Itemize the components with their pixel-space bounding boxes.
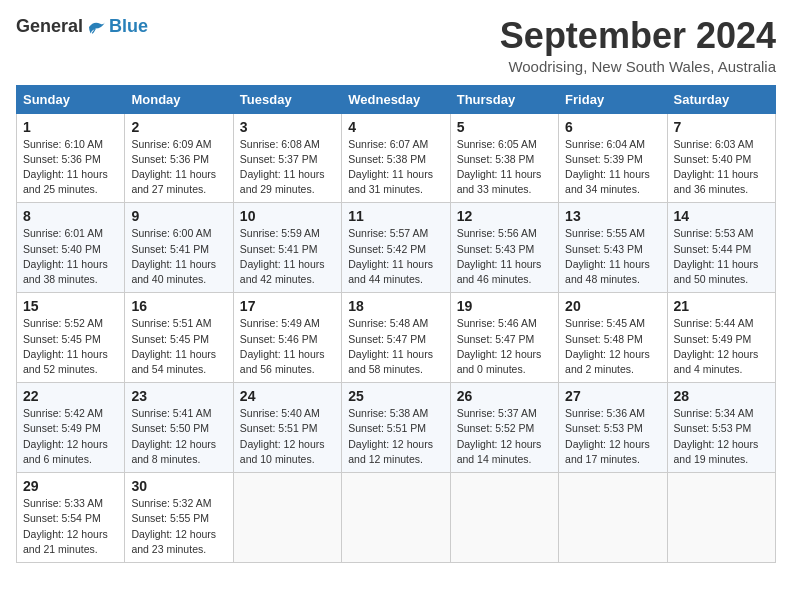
week-row-3: 15Sunrise: 5:52 AMSunset: 5:45 PMDayligh… — [17, 293, 776, 383]
day-number: 2 — [131, 119, 226, 135]
day-info: Sunrise: 5:42 AMSunset: 5:49 PMDaylight:… — [23, 406, 118, 467]
day-info: Sunrise: 5:46 AMSunset: 5:47 PMDaylight:… — [457, 316, 552, 377]
day-cell-4: 4Sunrise: 6:07 AMSunset: 5:38 PMDaylight… — [342, 113, 450, 203]
day-cell-2: 2Sunrise: 6:09 AMSunset: 5:36 PMDaylight… — [125, 113, 233, 203]
logo-blue-text: Blue — [109, 16, 148, 37]
day-number: 30 — [131, 478, 226, 494]
empty-cell — [559, 473, 667, 563]
day-cell-30: 30Sunrise: 5:32 AMSunset: 5:55 PMDayligh… — [125, 473, 233, 563]
day-cell-20: 20Sunrise: 5:45 AMSunset: 5:48 PMDayligh… — [559, 293, 667, 383]
day-cell-6: 6Sunrise: 6:04 AMSunset: 5:39 PMDaylight… — [559, 113, 667, 203]
day-number: 4 — [348, 119, 443, 135]
page-header: General Blue September 2024 Woodrising, … — [16, 16, 776, 75]
day-number: 11 — [348, 208, 443, 224]
day-info: Sunrise: 5:41 AMSunset: 5:50 PMDaylight:… — [131, 406, 226, 467]
day-cell-8: 8Sunrise: 6:01 AMSunset: 5:40 PMDaylight… — [17, 203, 125, 293]
day-cell-23: 23Sunrise: 5:41 AMSunset: 5:50 PMDayligh… — [125, 383, 233, 473]
day-number: 1 — [23, 119, 118, 135]
day-number: 10 — [240, 208, 335, 224]
day-cell-1: 1Sunrise: 6:10 AMSunset: 5:36 PMDaylight… — [17, 113, 125, 203]
day-cell-13: 13Sunrise: 5:55 AMSunset: 5:43 PMDayligh… — [559, 203, 667, 293]
day-cell-25: 25Sunrise: 5:38 AMSunset: 5:51 PMDayligh… — [342, 383, 450, 473]
day-number: 12 — [457, 208, 552, 224]
day-number: 9 — [131, 208, 226, 224]
day-cell-11: 11Sunrise: 5:57 AMSunset: 5:42 PMDayligh… — [342, 203, 450, 293]
day-info: Sunrise: 5:53 AMSunset: 5:44 PMDaylight:… — [674, 226, 769, 287]
day-number: 22 — [23, 388, 118, 404]
weekday-header-thursday: Thursday — [450, 85, 558, 113]
weekday-header-row: SundayMondayTuesdayWednesdayThursdayFrid… — [17, 85, 776, 113]
day-number: 6 — [565, 119, 660, 135]
day-number: 5 — [457, 119, 552, 135]
weekday-header-saturday: Saturday — [667, 85, 775, 113]
day-cell-10: 10Sunrise: 5:59 AMSunset: 5:41 PMDayligh… — [233, 203, 341, 293]
day-info: Sunrise: 5:59 AMSunset: 5:41 PMDaylight:… — [240, 226, 335, 287]
day-cell-26: 26Sunrise: 5:37 AMSunset: 5:52 PMDayligh… — [450, 383, 558, 473]
day-info: Sunrise: 6:10 AMSunset: 5:36 PMDaylight:… — [23, 137, 118, 198]
day-info: Sunrise: 5:44 AMSunset: 5:49 PMDaylight:… — [674, 316, 769, 377]
day-info: Sunrise: 5:55 AMSunset: 5:43 PMDaylight:… — [565, 226, 660, 287]
location-subtitle: Woodrising, New South Wales, Australia — [500, 58, 776, 75]
day-number: 20 — [565, 298, 660, 314]
day-info: Sunrise: 6:03 AMSunset: 5:40 PMDaylight:… — [674, 137, 769, 198]
empty-cell — [667, 473, 775, 563]
day-cell-21: 21Sunrise: 5:44 AMSunset: 5:49 PMDayligh… — [667, 293, 775, 383]
day-number: 28 — [674, 388, 769, 404]
day-number: 26 — [457, 388, 552, 404]
day-number: 13 — [565, 208, 660, 224]
month-title: September 2024 — [500, 16, 776, 56]
day-info: Sunrise: 5:33 AMSunset: 5:54 PMDaylight:… — [23, 496, 118, 557]
day-cell-27: 27Sunrise: 5:36 AMSunset: 5:53 PMDayligh… — [559, 383, 667, 473]
day-cell-22: 22Sunrise: 5:42 AMSunset: 5:49 PMDayligh… — [17, 383, 125, 473]
weekday-header-sunday: Sunday — [17, 85, 125, 113]
day-info: Sunrise: 5:32 AMSunset: 5:55 PMDaylight:… — [131, 496, 226, 557]
day-info: Sunrise: 6:09 AMSunset: 5:36 PMDaylight:… — [131, 137, 226, 198]
day-info: Sunrise: 6:07 AMSunset: 5:38 PMDaylight:… — [348, 137, 443, 198]
day-cell-9: 9Sunrise: 6:00 AMSunset: 5:41 PMDaylight… — [125, 203, 233, 293]
week-row-4: 22Sunrise: 5:42 AMSunset: 5:49 PMDayligh… — [17, 383, 776, 473]
logo-general-text: General — [16, 16, 83, 37]
day-number: 3 — [240, 119, 335, 135]
day-number: 17 — [240, 298, 335, 314]
day-cell-15: 15Sunrise: 5:52 AMSunset: 5:45 PMDayligh… — [17, 293, 125, 383]
empty-cell — [342, 473, 450, 563]
weekday-header-tuesday: Tuesday — [233, 85, 341, 113]
day-info: Sunrise: 5:38 AMSunset: 5:51 PMDaylight:… — [348, 406, 443, 467]
day-cell-18: 18Sunrise: 5:48 AMSunset: 5:47 PMDayligh… — [342, 293, 450, 383]
day-cell-14: 14Sunrise: 5:53 AMSunset: 5:44 PMDayligh… — [667, 203, 775, 293]
day-number: 25 — [348, 388, 443, 404]
day-number: 8 — [23, 208, 118, 224]
weekday-header-wednesday: Wednesday — [342, 85, 450, 113]
day-cell-5: 5Sunrise: 6:05 AMSunset: 5:38 PMDaylight… — [450, 113, 558, 203]
week-row-2: 8Sunrise: 6:01 AMSunset: 5:40 PMDaylight… — [17, 203, 776, 293]
day-info: Sunrise: 5:57 AMSunset: 5:42 PMDaylight:… — [348, 226, 443, 287]
empty-cell — [233, 473, 341, 563]
title-block: September 2024 Woodrising, New South Wal… — [500, 16, 776, 75]
day-number: 19 — [457, 298, 552, 314]
day-number: 21 — [674, 298, 769, 314]
day-info: Sunrise: 5:34 AMSunset: 5:53 PMDaylight:… — [674, 406, 769, 467]
day-info: Sunrise: 5:51 AMSunset: 5:45 PMDaylight:… — [131, 316, 226, 377]
calendar-table: SundayMondayTuesdayWednesdayThursdayFrid… — [16, 85, 776, 563]
day-info: Sunrise: 5:45 AMSunset: 5:48 PMDaylight:… — [565, 316, 660, 377]
day-info: Sunrise: 6:05 AMSunset: 5:38 PMDaylight:… — [457, 137, 552, 198]
day-number: 27 — [565, 388, 660, 404]
day-info: Sunrise: 6:08 AMSunset: 5:37 PMDaylight:… — [240, 137, 335, 198]
day-cell-24: 24Sunrise: 5:40 AMSunset: 5:51 PMDayligh… — [233, 383, 341, 473]
day-cell-19: 19Sunrise: 5:46 AMSunset: 5:47 PMDayligh… — [450, 293, 558, 383]
day-cell-7: 7Sunrise: 6:03 AMSunset: 5:40 PMDaylight… — [667, 113, 775, 203]
day-cell-3: 3Sunrise: 6:08 AMSunset: 5:37 PMDaylight… — [233, 113, 341, 203]
day-number: 24 — [240, 388, 335, 404]
day-info: Sunrise: 5:40 AMSunset: 5:51 PMDaylight:… — [240, 406, 335, 467]
logo: General Blue — [16, 16, 148, 37]
day-number: 14 — [674, 208, 769, 224]
weekday-header-friday: Friday — [559, 85, 667, 113]
day-number: 23 — [131, 388, 226, 404]
day-info: Sunrise: 6:00 AMSunset: 5:41 PMDaylight:… — [131, 226, 226, 287]
day-number: 29 — [23, 478, 118, 494]
day-cell-16: 16Sunrise: 5:51 AMSunset: 5:45 PMDayligh… — [125, 293, 233, 383]
day-cell-17: 17Sunrise: 5:49 AMSunset: 5:46 PMDayligh… — [233, 293, 341, 383]
week-row-5: 29Sunrise: 5:33 AMSunset: 5:54 PMDayligh… — [17, 473, 776, 563]
day-cell-29: 29Sunrise: 5:33 AMSunset: 5:54 PMDayligh… — [17, 473, 125, 563]
day-info: Sunrise: 5:56 AMSunset: 5:43 PMDaylight:… — [457, 226, 552, 287]
